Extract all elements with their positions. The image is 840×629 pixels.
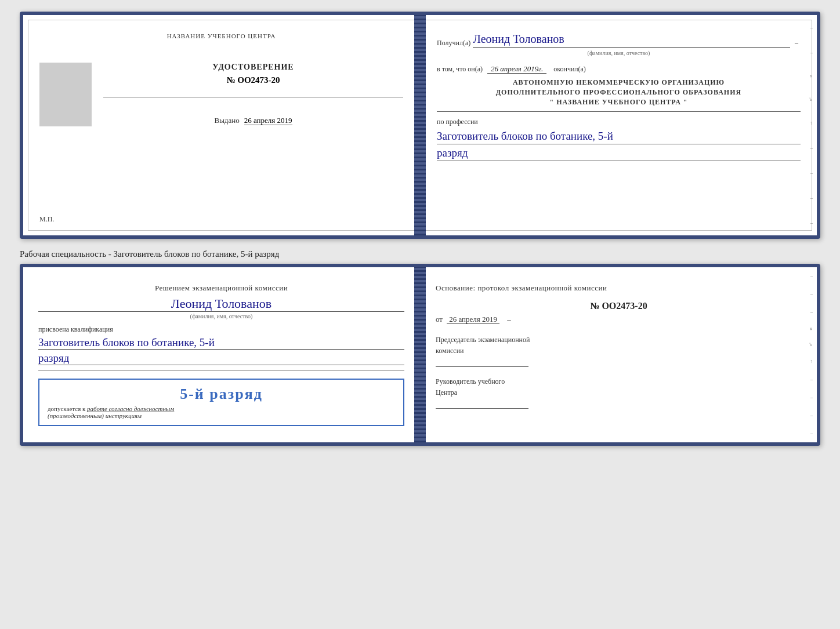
photo-placeholder: [39, 63, 92, 126]
dash-dec-8: –: [810, 195, 813, 201]
profession-handwritten-1: Заготовитель блоков по ботанике, 5-й: [437, 130, 613, 142]
doc2-name: Леонид Толованов: [38, 296, 404, 312]
dash-dec2-10: –: [810, 431, 813, 436]
cert-photo-area: УДОСТОВЕРЕНИЕ № OO2473-20 Выдано 26 апре…: [39, 63, 403, 126]
org-line2: ДОПОЛНИТЕЛЬНОГО ПРОФЕССИОНАЛЬНОГО ОБРАЗО…: [437, 88, 801, 97]
ot-label: от: [436, 315, 443, 323]
doc2-right-page: Основание: протокол экзаменационной коми…: [421, 267, 817, 442]
org-line1: АВТОНОМНУЮ НЕКОММЕРЧЕСКУЮ ОРГАНИЗАЦИЮ: [437, 78, 801, 87]
vydano-line: Выдано 26 апреля 2019: [103, 115, 403, 125]
dash-dec-6: –: [810, 146, 813, 151]
rukovoditel-label-2: Центра: [436, 388, 802, 397]
vtom-line: в том, что он(а) 26 апреля 2019г. окончи…: [437, 63, 801, 74]
qualification-handwritten-1: Заготовитель блоков по ботанике, 5-й: [38, 336, 215, 348]
qualification-line2-wrap: разряд: [38, 352, 404, 365]
rukovoditel-label-1: Руководитель учебного: [436, 377, 802, 386]
predsedatel-label-2: комиссии: [436, 347, 802, 355]
training-center-title-left: НАЗВАНИЕ УЧЕБНОГО ЦЕНТРА: [39, 32, 403, 39]
dash-dec2-2: –: [810, 292, 813, 297]
stamp-big-text: 5-й разряд: [48, 386, 395, 403]
dash-dec2-4: и: [809, 328, 814, 330]
okonchil-label: окончил(а): [553, 65, 585, 73]
profession-handwritten-2: разряд: [437, 147, 468, 159]
cert-info-center: УДОСТОВЕРЕНИЕ № OO2473-20 Выдано 26 апре…: [103, 63, 403, 125]
cert-separator: [103, 97, 403, 97]
predsedatel-section: Председатель экзаменационной комиссии: [436, 336, 802, 367]
stamp-dopuskaetsya: допускается к работе согласно должностны…: [48, 405, 395, 412]
qualification-line1-wrap: Заготовитель блоков по ботанике, 5-й: [38, 336, 404, 350]
stamp-dopuskaetsya-text: допускается к: [48, 405, 85, 412]
dash-dec-7: –: [810, 170, 813, 176]
dash-dec2-3: –: [810, 310, 813, 315]
dash-dec2-5: ,а: [809, 343, 814, 346]
doc2-sep-line: [38, 370, 404, 370]
resheniem-label: Решением экзаменационной комиссии: [38, 283, 404, 293]
cert-number: № OO2473-20: [103, 75, 403, 85]
profession-line2-wrap: разряд: [437, 147, 801, 161]
document-book-1: НАЗВАНИЕ УЧЕБНОГО ЦЕНТРА УДОСТОВЕРЕНИЕ №…: [20, 12, 820, 239]
dash-dec-5: ←: [809, 121, 814, 126]
poluchil-label: Получил(а): [437, 39, 470, 48]
dash-dec-1: –: [810, 25, 813, 30]
profession-line1: Заготовитель блоков по ботанике, 5-й: [437, 130, 801, 144]
doc1-left-page: НАЗВАНИЕ УЧЕБНОГО ЦЕНТРА УДОСТОВЕРЕНИЕ №…: [23, 15, 421, 235]
doc2-date: 26 апреля 2019: [447, 315, 499, 324]
vydano-date: 26 апреля 2019: [244, 116, 292, 125]
osnovanie-label: Основание: протокол экзаменационной коми…: [436, 283, 802, 293]
book-spine-2: [414, 267, 426, 442]
side-dashes-right: – – и ,а ← – – – –: [806, 15, 817, 235]
side-dashes-right-2: – – – и ,а ← – – – –: [806, 267, 817, 442]
dash-dec2-9: –: [810, 413, 813, 418]
doc2-left-page: Решением экзаменационной комиссии Леонид…: [23, 267, 421, 442]
dash-dec2-6: ←: [809, 359, 814, 364]
dash-dec-4: ,а: [809, 97, 814, 101]
second-document: Решением экзаменационной комиссии Леонид…: [20, 264, 820, 446]
doc2-name-subtitle: (фамилия, имя, отчество): [38, 313, 404, 319]
qualification-handwritten-2: разряд: [38, 352, 69, 364]
vydano-label: Выдано: [214, 116, 239, 125]
recipient-line: Получил(а) Леонид Толованов –: [437, 32, 801, 48]
vtom-label: в том, что он(а): [437, 65, 483, 73]
org-block: АВТОНОМНУЮ НЕКОММЕРЧЕСКУЮ ОРГАНИЗАЦИЮ ДО…: [437, 78, 801, 107]
stamp-box: 5-й разряд допускается к работе согласно…: [38, 379, 404, 426]
prisvoena-label: присвоена квалификация: [38, 325, 404, 334]
dash-dec2-8: –: [810, 395, 813, 400]
stamp-rabota: работе согласно должностным: [87, 405, 174, 412]
dash-dec2-7: –: [810, 377, 813, 382]
specialty-label: Рабочая специальность - Заготовитель бло…: [20, 245, 820, 264]
dash-dec-3: и: [809, 75, 814, 78]
doc2-date-line: от 26 апреля 2019 –: [436, 315, 802, 324]
separator-line: [437, 111, 801, 112]
profession-block: по профессии Заготовитель блоков по бота…: [437, 118, 801, 161]
po-professii-label: по профессии: [437, 118, 801, 126]
predsedatel-sig-line: [436, 359, 528, 367]
first-document: НАЗВАНИЕ УЧЕБНОГО ЦЕНТРА УДОСТОВЕРЕНИЕ №…: [20, 12, 820, 239]
predsedatel-label-1: Председатель экзаменационной: [436, 336, 802, 344]
dash-dec-2: –: [810, 50, 813, 55]
book-spine: [414, 15, 426, 235]
rukovoditel-sig-line: [436, 401, 528, 409]
dash-dec2-1: –: [810, 274, 813, 279]
doc2-number: № OO2473-20: [436, 301, 802, 311]
doc1-right-page: Получил(а) Леонид Толованов – (фамилия, …: [421, 15, 817, 235]
name-subtitle-1: (фамилия, имя, отчество): [437, 50, 801, 56]
udostoverenie-label: УДОСТОВЕРЕНИЕ: [103, 63, 403, 72]
recipient-name: Леонид Толованов: [473, 32, 790, 48]
dash-label: –: [795, 39, 798, 48]
org-line3: " НАЗВАНИЕ УЧЕБНОГО ЦЕНТРА ": [437, 98, 801, 107]
rukovoditel-section: Руководитель учебного Центра: [436, 377, 802, 409]
mp-label: М.П.: [39, 215, 54, 224]
stamp-instruktsii: (производственным) инструкциям: [48, 412, 395, 419]
dash-dec-9: –: [810, 220, 813, 226]
vtom-date: 26 апреля 2019г.: [487, 64, 546, 74]
document-book-2: Решением экзаменационной комиссии Леонид…: [20, 264, 820, 446]
doc2-dash: –: [507, 315, 511, 323]
